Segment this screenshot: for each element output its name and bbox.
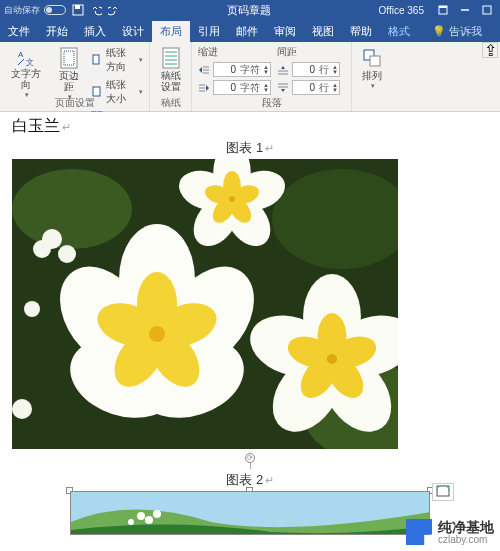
pilcrow-icon: ↵	[265, 474, 274, 486]
margins-icon	[58, 47, 80, 69]
indent-right-icon	[198, 82, 210, 94]
svg-point-38	[58, 245, 76, 263]
autosave-toggle[interactable]	[44, 5, 66, 15]
group-manuscript: 稿纸 设置 稿纸	[150, 42, 192, 111]
space-before-spin[interactable]: 0行▲▼	[292, 62, 340, 77]
tab-design[interactable]: 设计	[114, 21, 152, 42]
rotation-stem	[250, 463, 251, 469]
svg-rect-3	[439, 6, 447, 8]
svg-text:文: 文	[26, 58, 34, 67]
manuscript-icon	[160, 47, 182, 69]
tell-me-label: 告诉我	[449, 24, 482, 39]
watermark: 纯净基地 czlaby.com	[406, 519, 494, 545]
indent-right[interactable]: 0字符▲▼	[198, 79, 271, 96]
indent-left[interactable]: 0字符▲▼	[198, 61, 271, 78]
ribbon-tabs: 文件 开始 插入 设计 布局 引用 邮件 审阅 视图 帮助 格式 💡 告诉我	[0, 20, 500, 42]
svg-rect-79	[437, 486, 449, 496]
space-after-spin[interactable]: 0行▲▼	[292, 80, 340, 95]
tell-me[interactable]: 💡 告诉我	[424, 21, 490, 42]
indent-left-spin[interactable]: 0字符▲▼	[213, 62, 271, 77]
space-before-icon	[277, 64, 289, 76]
watermark-text: 纯净基地	[438, 520, 494, 534]
minimize-icon[interactable]	[456, 3, 474, 17]
autosave-label: 自动保存	[4, 4, 40, 17]
group-label-manuscript: 稿纸	[150, 96, 191, 110]
arrange-icon	[361, 47, 383, 69]
document-title: 页码章题	[120, 3, 379, 18]
undo-icon[interactable]	[90, 4, 102, 16]
svg-line-8	[18, 59, 24, 65]
caption-1: 图表1↵	[12, 139, 488, 157]
svg-rect-15	[163, 48, 179, 68]
group-page-setup: A文 文字方向 ▾ 页边距 ▾ 纸张方向▾ 纸张大小▾	[0, 42, 150, 111]
ribbon-display-options-icon[interactable]	[434, 3, 452, 17]
chevron-down-icon: ▾	[371, 82, 375, 90]
share-button[interactable]: ⇪	[482, 42, 498, 58]
svg-rect-12	[93, 87, 100, 96]
tab-view[interactable]: 视图	[304, 21, 342, 42]
document-canvas[interactable]: 白玉兰↵ 图表1↵	[0, 112, 500, 551]
svg-point-77	[153, 510, 161, 518]
tab-layout[interactable]: 布局	[152, 21, 190, 42]
margins-button[interactable]: 页边距 ▾	[53, 45, 86, 97]
group-arrange: 排列 ▾	[352, 42, 392, 111]
tab-review[interactable]: 审阅	[266, 21, 304, 42]
indent-label: 缩进	[198, 45, 271, 60]
pilcrow-icon: ↵	[265, 142, 274, 154]
svg-point-75	[137, 512, 145, 520]
arrange-button[interactable]: 排列 ▾	[358, 45, 386, 92]
text-direction-button[interactable]: A文 文字方向 ▾	[6, 45, 47, 97]
svg-rect-11	[93, 55, 99, 64]
svg-point-78	[128, 519, 134, 525]
text-direction-icon: A文	[15, 47, 37, 67]
svg-point-40	[12, 399, 32, 419]
quick-access-toolbar	[72, 4, 120, 16]
orientation-button[interactable]: 纸张方向▾	[91, 45, 143, 75]
image-1[interactable]	[12, 159, 398, 449]
image-2-selection	[70, 491, 430, 535]
redo-icon[interactable]	[108, 4, 120, 16]
chevron-down-icon: ▾	[139, 88, 143, 96]
ribbon: A文 文字方向 ▾ 页边距 ▾ 纸张方向▾ 纸张大小▾	[0, 42, 500, 112]
tab-file[interactable]: 文件	[0, 21, 38, 42]
svg-text:A: A	[18, 50, 24, 59]
spacing-label: 间距	[277, 45, 340, 60]
group-label-paragraph: 段落	[192, 96, 351, 110]
watermark-url: czlaby.com	[438, 534, 494, 545]
layout-options-button[interactable]	[432, 483, 454, 501]
indent-left-icon	[198, 64, 210, 76]
svg-point-39	[24, 301, 40, 317]
pilcrow-icon: ↵	[62, 121, 71, 133]
title-bar: 自动保存 页码章题 Office 365	[0, 0, 500, 20]
svg-point-76	[145, 516, 153, 524]
space-after[interactable]: 0行▲▼	[277, 79, 340, 96]
svg-rect-31	[370, 56, 380, 66]
tab-format[interactable]: 格式	[380, 21, 418, 42]
manuscript-button[interactable]: 稿纸 设置	[156, 45, 185, 94]
space-after-icon	[277, 82, 289, 94]
page-heading: 白玉兰↵	[12, 116, 488, 137]
svg-point-62	[327, 354, 337, 364]
lightbulb-icon: 💡	[432, 25, 446, 38]
svg-rect-1	[75, 5, 80, 9]
watermark-logo-icon	[406, 519, 432, 545]
rotation-handle[interactable]: ⟳	[245, 453, 255, 463]
tab-references[interactable]: 引用	[190, 21, 228, 42]
group-paragraph: 缩进 0字符▲▼ 0字符▲▼ 间距 0行▲▼ 0行▲▼	[192, 42, 352, 111]
image-2[interactable]	[70, 491, 430, 535]
space-before[interactable]: 0行▲▼	[277, 61, 340, 78]
svg-rect-5	[483, 6, 491, 14]
tab-help[interactable]: 帮助	[342, 21, 380, 42]
tab-mailings[interactable]: 邮件	[228, 21, 266, 42]
indent-right-spin[interactable]: 0字符▲▼	[213, 80, 271, 95]
orientation-icon	[91, 54, 103, 66]
svg-point-33	[12, 169, 132, 249]
maximize-icon[interactable]	[478, 3, 496, 17]
tab-home[interactable]: 开始	[38, 21, 76, 42]
tab-insert[interactable]: 插入	[76, 21, 114, 42]
save-icon[interactable]	[72, 4, 84, 16]
chevron-down-icon: ▾	[139, 56, 143, 64]
svg-point-37	[33, 240, 51, 258]
office-brand: Office 365	[379, 5, 424, 16]
share-icon: ⇪	[484, 41, 497, 60]
